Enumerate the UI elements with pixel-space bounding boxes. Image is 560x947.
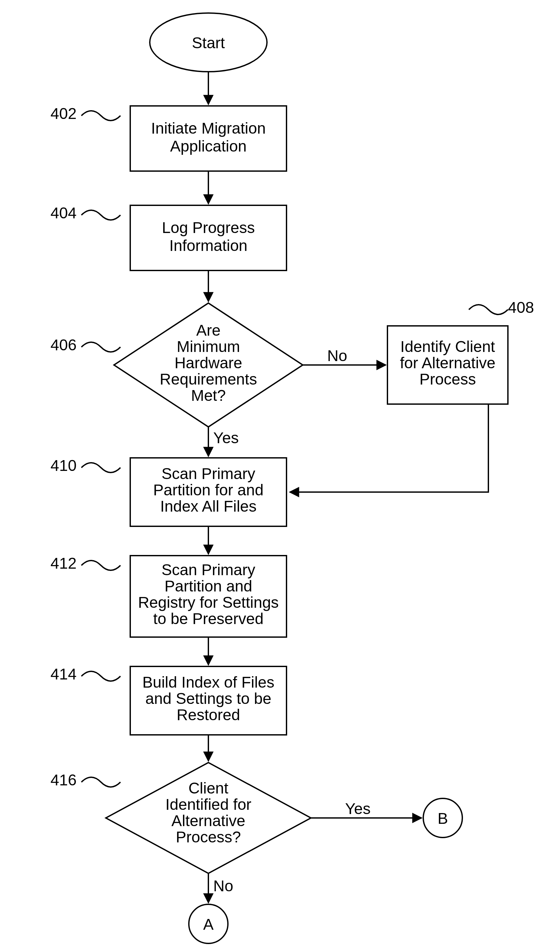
text-410-line1: Scan Primary — [162, 465, 255, 482]
text-414-line2: and Settings to be — [146, 690, 272, 707]
text-404-line2: Information — [169, 237, 248, 254]
text-408-line1: Identify Client — [400, 338, 495, 355]
text-406-line2: Minimum — [177, 338, 240, 355]
ref-408: 408 — [508, 299, 534, 316]
text-414-line3: Restored — [177, 706, 240, 723]
ref-406: 406 — [51, 336, 77, 353]
text-406-line4: Requirements — [160, 370, 257, 388]
text-412-line4: to be Preserved — [153, 610, 264, 627]
start-label: Start — [192, 34, 225, 51]
label-no-406: No — [327, 347, 347, 364]
text-402-line2: Application — [170, 137, 247, 155]
squiggle-icon — [469, 305, 508, 315]
text-410-line3: Index All Files — [160, 498, 257, 515]
text-406-line1: Are — [196, 322, 221, 339]
text-416-line2: Identified for — [165, 796, 251, 813]
text-414-line1: Build Index of Files — [142, 674, 274, 691]
label-yes-416: Yes — [345, 800, 371, 817]
text-412-line2: Partition and — [165, 577, 252, 595]
connector-A-label: A — [203, 916, 214, 933]
ref-416: 416 — [51, 771, 77, 789]
ref-404: 404 — [51, 204, 77, 222]
text-408-line2: for Alternative — [400, 354, 495, 372]
text-410-line2: Partition for and — [153, 481, 264, 498]
ref-412: 412 — [51, 555, 77, 572]
squiggle-icon — [82, 210, 120, 220]
squiggle-icon — [82, 777, 120, 787]
text-404-line1: Log Progress — [162, 219, 255, 236]
text-416-line4: Process? — [176, 828, 241, 846]
text-402-line1: Initiate Migration — [151, 120, 266, 137]
ref-414: 414 — [51, 665, 77, 683]
text-416-line1: Client — [189, 779, 229, 797]
text-416-line3: Alternative — [172, 812, 246, 829]
text-406-line3: Hardware — [174, 354, 242, 372]
ref-410: 410 — [51, 457, 77, 474]
label-no-416: No — [213, 877, 233, 895]
ref-402: 402 — [51, 105, 77, 122]
squiggle-icon — [82, 342, 120, 352]
connector-B-label: B — [438, 810, 448, 827]
squiggle-icon — [82, 671, 120, 681]
text-412-line3: Registry for Settings — [138, 594, 279, 611]
text-408-line3: Process — [419, 370, 476, 388]
flowchart: Start Initiate Migration Application 402… — [0, 0, 560, 947]
text-406-line5: Met? — [191, 387, 226, 404]
text-412-line1: Scan Primary — [162, 561, 255, 578]
squiggle-icon — [82, 111, 120, 120]
squiggle-icon — [82, 463, 120, 472]
squiggle-icon — [82, 560, 120, 570]
label-yes-406: Yes — [213, 429, 238, 446]
edge-408-410 — [290, 404, 488, 492]
